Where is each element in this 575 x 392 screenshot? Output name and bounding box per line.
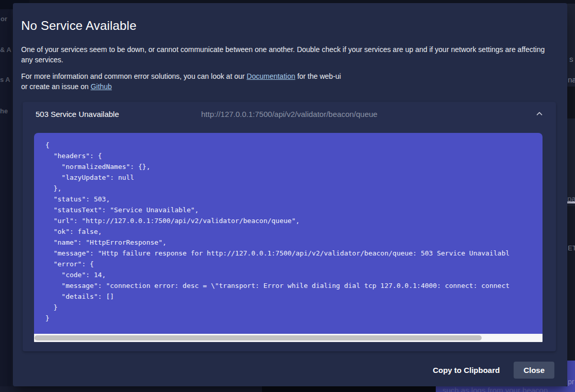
backdrop-text-fragment: s	[569, 55, 573, 63]
dialog-footer: Copy to Clipboard Close	[432, 362, 554, 379]
scrollbar-thumb[interactable]	[35, 335, 482, 340]
horizontal-scrollbar[interactable]	[34, 334, 543, 342]
backdrop-right-block	[567, 87, 575, 118]
backdrop-text-fragment: such as logs from your beacon	[442, 386, 548, 392]
backdrop-text-fragment: or	[1, 15, 7, 23]
dialog-intro-text: One of your services seem to be down, or…	[21, 44, 548, 65]
dialog-help-text: For more information and common error so…	[21, 71, 548, 92]
documentation-link[interactable]: Documentation	[247, 72, 295, 80]
backdrop-text-fragment: & A	[0, 46, 11, 54]
dialog-title: No Service Available	[21, 19, 137, 33]
backdrop-divider	[567, 201, 575, 203]
error-expansion-panel: 503 Service Unavailable http://127.0.0.1…	[23, 102, 556, 351]
github-link[interactable]: Github	[91, 82, 112, 91]
error-request-url: http://127.0.0.1:7500/api/v2/validator/b…	[201, 110, 377, 118]
error-panel-header[interactable]: 503 Service Unavailable http://127.0.0.1…	[23, 102, 556, 126]
backdrop-text-fragment: he	[0, 107, 8, 115]
backdrop-text-fragment: s A	[0, 76, 10, 83]
help-prefix: For more information and common error so…	[21, 72, 244, 80]
error-json-block: { "headers": { "normalizedNames": {}, "l…	[34, 133, 543, 334]
backdrop-bottom-strip	[0, 386, 262, 392]
error-status-label: 503 Service Unavailable	[36, 110, 119, 118]
code-content: { "headers": { "normalizedNames": {}, "l…	[45, 140, 543, 323]
no-service-dialog: No Service Available One of your service…	[13, 3, 567, 386]
backdrop-bottom-strip-dark	[262, 386, 443, 392]
chevron-up-icon[interactable]	[533, 108, 546, 120]
backdrop-bottom-purple-panel: such as logs from your beacon	[436, 386, 575, 392]
backdrop-text-fragment: pr	[568, 378, 574, 386]
backdrop-text-fragment: na	[568, 75, 575, 84]
backdrop-left-column	[0, 0, 11, 392]
copy-to-clipboard-button[interactable]: Copy to Clipboard	[432, 362, 501, 379]
error-code-container: { "headers": { "normalizedNames": {}, "l…	[34, 133, 543, 342]
backdrop-right-block	[567, 206, 575, 361]
issue-prefix: or create an issue on	[21, 82, 89, 91]
backdrop-text-fragment: ET	[568, 244, 575, 252]
help-suffix: for the web-ui	[297, 72, 341, 80]
close-button[interactable]: Close	[514, 362, 554, 379]
